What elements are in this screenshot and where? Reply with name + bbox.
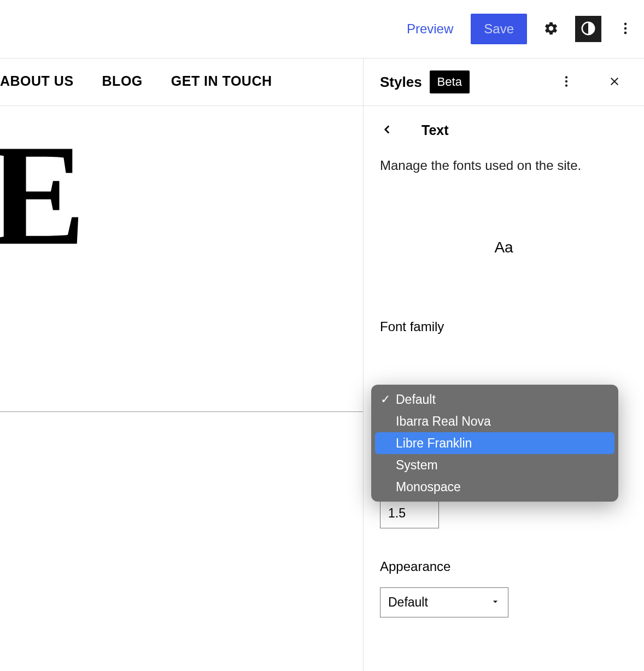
more-options-button[interactable] — [612, 16, 639, 42]
font-option-ibarra[interactable]: Ibarra Real Nova — [375, 410, 614, 432]
svg-point-6 — [565, 84, 567, 86]
close-sidebar-button[interactable] — [601, 69, 628, 95]
sidebar-body: Text Manage the fonts used on the site. … — [364, 106, 644, 671]
appearance-label: Appearance — [380, 559, 628, 574]
font-option-label: System — [396, 458, 438, 473]
font-option-label: Monospace — [396, 480, 461, 495]
topbar: Preview Save — [0, 0, 644, 58]
styles-sidebar: Styles Beta — [364, 58, 644, 671]
canvas: ABOUT US BLOG GET IN TOUCH E — [0, 58, 364, 671]
svg-point-5 — [565, 80, 567, 82]
appearance-select[interactable] — [380, 587, 508, 617]
sidebar-header-actions — [553, 69, 628, 95]
svg-point-1 — [624, 22, 627, 25]
panel-description: Manage the fonts used on the site. — [380, 158, 628, 173]
sidebar-header: Styles Beta — [364, 58, 644, 106]
check-icon: ✓ — [380, 392, 390, 407]
font-option-label: Libre Franklin — [396, 436, 472, 451]
back-button[interactable] — [380, 122, 394, 138]
nav-item-about[interactable]: ABOUT US — [0, 73, 74, 89]
appearance-section: Appearance — [380, 559, 628, 617]
font-option-system[interactable]: System — [375, 454, 614, 476]
font-option-libre-franklin[interactable]: Libre Franklin — [375, 432, 614, 454]
nav-item-blog[interactable]: BLOG — [102, 73, 143, 89]
canvas-content: E — [0, 106, 363, 412]
font-option-label: Default — [396, 392, 436, 407]
font-option-monospace[interactable]: Monospace — [375, 476, 614, 498]
close-icon — [608, 75, 621, 90]
preview-button[interactable]: Preview — [400, 17, 460, 41]
styles-toggle-button[interactable] — [575, 16, 601, 42]
more-vertical-icon — [618, 21, 633, 38]
gear-icon — [543, 21, 559, 38]
font-family-label: Font family — [380, 319, 628, 334]
site-title-fragment: E — [0, 122, 86, 267]
chevron-left-icon — [380, 130, 394, 138]
svg-point-4 — [565, 76, 567, 78]
more-vertical-icon — [559, 74, 573, 90]
panel-nav: Text — [380, 122, 628, 138]
svg-point-3 — [624, 31, 627, 34]
contrast-icon — [580, 20, 596, 38]
nav-items: ABOUT US BLOG GET IN TOUCH — [0, 73, 272, 89]
font-option-label: Ibarra Real Nova — [396, 414, 491, 429]
settings-button[interactable] — [538, 16, 564, 42]
font-option-default[interactable]: ✓ Default — [375, 389, 614, 410]
main-area: ABOUT US BLOG GET IN TOUCH E Styles Beta — [0, 58, 644, 671]
svg-point-2 — [624, 27, 627, 30]
font-preview: Aa — [380, 239, 628, 256]
panel-title: Text — [421, 122, 449, 138]
nav-item-contact[interactable]: GET IN TOUCH — [171, 73, 272, 89]
canvas-nav: ABOUT US BLOG GET IN TOUCH — [0, 58, 363, 106]
styles-title: Styles — [380, 74, 422, 91]
line-height-input[interactable] — [380, 498, 439, 528]
appearance-select-wrap — [380, 587, 508, 617]
styles-more-button[interactable] — [553, 69, 579, 95]
font-family-dropdown[interactable]: ✓ Default Ibarra Real Nova Libre Frankli… — [371, 385, 618, 502]
beta-badge: Beta — [430, 70, 470, 93]
save-button[interactable]: Save — [471, 14, 527, 44]
